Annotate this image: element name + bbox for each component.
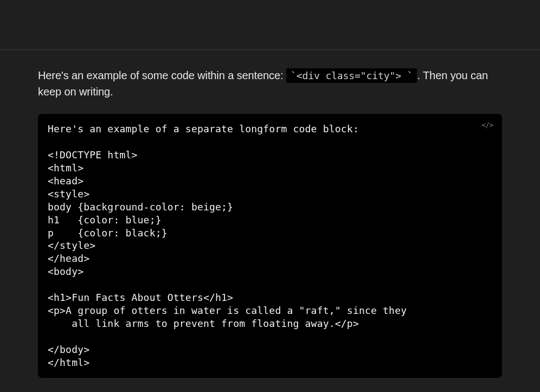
code-icon: </>	[481, 121, 493, 129]
top-bar	[0, 0, 540, 50]
intro-paragraph: Here's an example of some code within a …	[38, 67, 502, 100]
content-area: Here's an example of some code within a …	[0, 50, 540, 378]
code-block: </> Here's an example of a separate long…	[38, 114, 502, 378]
code-block-content: Here's an example of a separate longform…	[48, 123, 492, 369]
inline-code-snippet: `<div class="city"> `	[286, 68, 417, 83]
paragraph-text-before: Here's an example of some code within a …	[38, 69, 286, 81]
